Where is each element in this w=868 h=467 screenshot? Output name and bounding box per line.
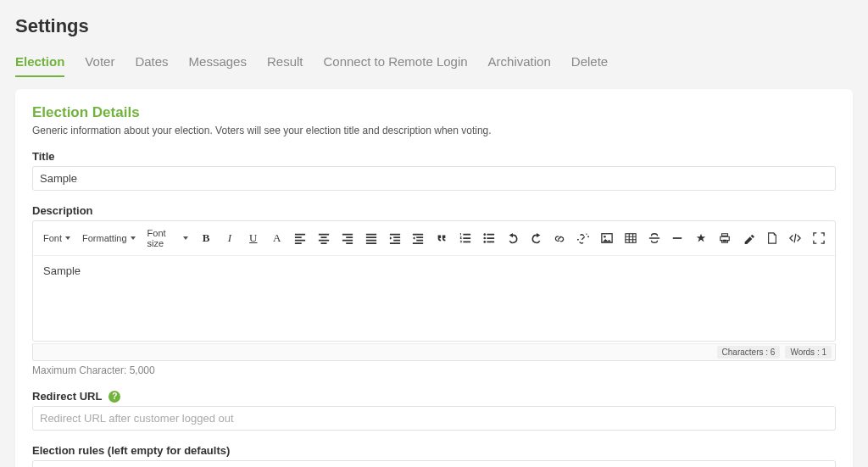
- section-title: Election Details: [32, 104, 836, 121]
- font-dropdown-label: Font: [43, 233, 62, 243]
- description-textarea[interactable]: Sample: [33, 256, 835, 341]
- print-icon[interactable]: [717, 230, 732, 247]
- title-label: Title: [32, 150, 836, 163]
- unordered-list-icon[interactable]: [481, 230, 497, 247]
- text-color-button[interactable]: A: [270, 230, 285, 247]
- description-label: Description: [32, 204, 836, 217]
- image-icon[interactable]: [599, 230, 615, 247]
- svg-rect-6: [673, 237, 682, 239]
- description-footer: Characters : 6 Words : 1: [32, 343, 836, 361]
- tab-messages[interactable]: Messages: [189, 51, 247, 77]
- rules-toolbar: Font Formatting Font size B I U A: [33, 461, 835, 467]
- description-toolbar: Font Formatting Font size B I U A: [33, 221, 835, 256]
- tab-remote-login[interactable]: Connect to Remote Login: [323, 51, 467, 77]
- indent-icon[interactable]: [387, 230, 403, 247]
- strikethrough-icon[interactable]: [647, 230, 662, 247]
- align-justify-icon[interactable]: [364, 230, 379, 247]
- redirect-label: Redirect URL ?: [32, 390, 836, 403]
- align-right-icon[interactable]: [340, 230, 355, 247]
- redirect-input[interactable]: [32, 406, 836, 431]
- underline-button[interactable]: U: [246, 230, 261, 247]
- formatting-dropdown[interactable]: Formatting: [81, 231, 137, 245]
- formatting-dropdown-label: Formatting: [82, 233, 127, 243]
- caret-icon: [131, 236, 136, 240]
- title-input[interactable]: [32, 166, 836, 191]
- svg-rect-5: [626, 234, 636, 243]
- tab-result[interactable]: Result: [267, 51, 303, 77]
- clear-format-icon[interactable]: [741, 230, 756, 247]
- bold-button[interactable]: B: [198, 230, 214, 247]
- svg-rect-7: [722, 240, 726, 242]
- fontsize-dropdown[interactable]: Font size: [146, 226, 191, 250]
- help-icon[interactable]: ?: [108, 391, 120, 403]
- section-desc: Generic information about your election.…: [32, 125, 836, 136]
- svg-point-4: [604, 236, 606, 238]
- align-center-icon[interactable]: [316, 230, 331, 247]
- page-title: Settings: [15, 15, 853, 37]
- special-char-icon[interactable]: [693, 230, 709, 247]
- tabs: Election Voter Dates Messages Result Con…: [15, 51, 853, 77]
- undo-icon[interactable]: [505, 230, 520, 247]
- tab-archivation[interactable]: Archivation: [488, 51, 551, 77]
- quote-icon[interactable]: [434, 230, 449, 247]
- unlink-icon[interactable]: [576, 230, 591, 247]
- code-icon[interactable]: [788, 230, 804, 247]
- caret-icon: [65, 236, 70, 240]
- tab-delete[interactable]: Delete: [571, 51, 608, 77]
- outdent-icon[interactable]: [411, 230, 426, 247]
- settings-card: Election Details Generic information abo…: [15, 89, 853, 467]
- fullscreen-icon[interactable]: [811, 230, 826, 247]
- ordered-list-icon[interactable]: [458, 230, 473, 247]
- font-dropdown[interactable]: Font: [42, 231, 72, 245]
- hr-icon[interactable]: [670, 230, 685, 247]
- svg-point-1: [483, 237, 486, 240]
- tab-dates[interactable]: Dates: [135, 51, 168, 77]
- table-icon[interactable]: [623, 230, 638, 247]
- rules-editor: Font Formatting Font size B I U A: [32, 460, 836, 467]
- svg-point-0: [483, 233, 486, 236]
- caret-icon: [183, 236, 188, 240]
- word-counter: Words : 1: [785, 346, 832, 359]
- max-char-hint: Maximum Character: 5,000: [32, 364, 836, 376]
- align-left-icon[interactable]: [292, 230, 308, 247]
- file-icon[interactable]: [765, 230, 780, 247]
- fontsize-dropdown-label: Font size: [147, 228, 181, 248]
- italic-button[interactable]: I: [222, 230, 237, 247]
- char-counter: Characters : 6: [717, 346, 781, 359]
- svg-point-2: [483, 241, 486, 243]
- rules-label: Election rules (left empty for defaults): [32, 444, 836, 457]
- link-icon[interactable]: [552, 230, 567, 247]
- description-editor: Font Formatting Font size B I U A: [32, 220, 836, 342]
- tab-voter[interactable]: Voter: [85, 51, 114, 77]
- tab-election[interactable]: Election: [15, 51, 64, 77]
- redo-icon[interactable]: [529, 230, 544, 247]
- redirect-label-text: Redirect URL: [32, 390, 102, 403]
